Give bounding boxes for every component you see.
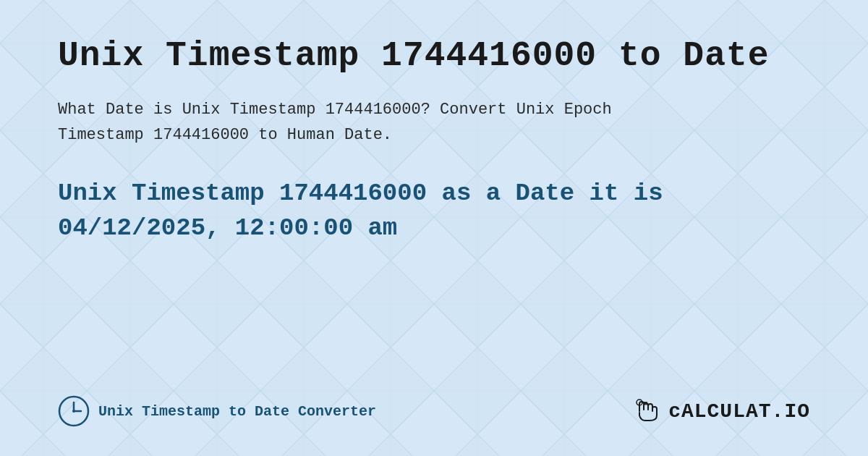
result-line1: Unix Timestamp 1744416000 as a Date it i… xyxy=(58,180,663,207)
description-line2: Timestamp 1744416000 to Human Date. xyxy=(58,126,392,144)
footer-label: Unix Timestamp to Date Converter xyxy=(98,403,376,420)
result-section: Unix Timestamp 1744416000 as a Date it i… xyxy=(58,177,810,245)
footer: Unix Timestamp to Date Converter xyxy=(58,381,810,427)
logo: cALCULAT.IO xyxy=(634,397,810,426)
footer-left: Unix Timestamp to Date Converter xyxy=(58,395,376,427)
description: What Date is Unix Timestamp 1744416000? … xyxy=(58,97,810,148)
svg-point-14 xyxy=(72,410,75,413)
logo-text: cALCULAT.IO xyxy=(668,400,810,423)
description-line1: What Date is Unix Timestamp 1744416000? … xyxy=(58,101,612,119)
result-line2: 04/12/2025, 12:00:00 am xyxy=(58,214,397,242)
clock-icon xyxy=(58,395,90,427)
logo-icon xyxy=(634,397,663,426)
result-text: Unix Timestamp 1744416000 as a Date it i… xyxy=(58,177,810,245)
page-title: Unix Timestamp 1744416000 to Date xyxy=(58,36,810,75)
